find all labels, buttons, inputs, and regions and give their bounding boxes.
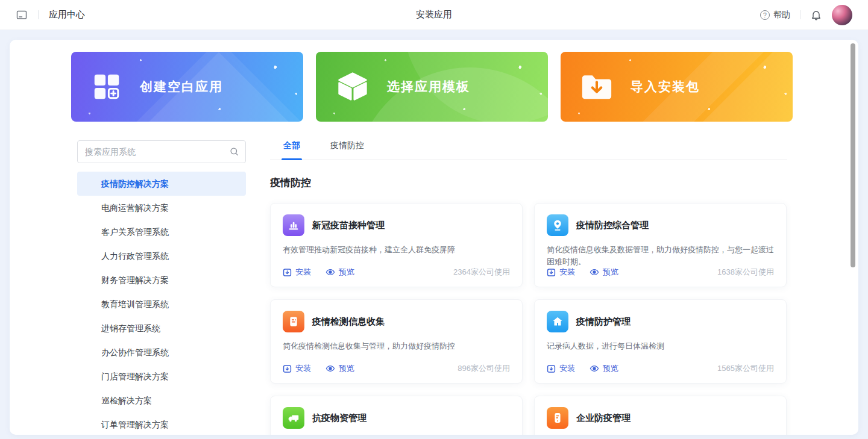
help-button[interactable]: ? 帮助: [760, 10, 790, 20]
page-title: 安装应用: [0, 9, 868, 20]
app-card-protection: 疫情防护管理 记录病人数据，进行每日体温检测 安装 预览 1565家公司使用: [534, 299, 787, 384]
app-title: 新冠疫苗接种管理: [312, 220, 385, 231]
sidebar-item-finance[interactable]: 财务管理解决方案: [77, 268, 246, 292]
preview-button[interactable]: 预览: [590, 267, 618, 278]
preview-button[interactable]: 预览: [326, 267, 354, 278]
app-card-enterprise: 企业防疫管理: [534, 396, 787, 435]
bar-chart-icon: [283, 214, 304, 236]
app-title: 疫情检测信息收集: [312, 316, 385, 328]
install-icon: [283, 364, 292, 373]
folder-download-icon: [580, 72, 614, 102]
install-button[interactable]: 安装: [547, 363, 575, 374]
sidebar-item-inventory[interactable]: 进销存管理系统: [77, 316, 246, 340]
tab-all[interactable]: 全部: [283, 140, 300, 160]
create-blank-app-banner[interactable]: 创建空白应用: [71, 52, 303, 122]
bell-icon[interactable]: [810, 9, 822, 21]
app-title: 疫情防控综合管理: [576, 220, 649, 231]
app-card-vaccine: 新冠疫苗接种管理 有效管理推动新冠疫苗接种，建立全人群免疫屏障 安装 预览 23…: [270, 203, 523, 287]
eye-icon: [326, 267, 335, 277]
top-header: 应用中心 安装应用 ? 帮助: [0, 0, 868, 30]
preview-button[interactable]: 预览: [590, 363, 618, 374]
header-divider: [800, 10, 800, 19]
filter-tabs: 全部 疫情防控: [270, 140, 787, 160]
app-description: 简化疫情信息收集及数据管理，助力做好疫情防控，与您一起渡过困难时期。: [547, 244, 774, 268]
sidebar-item-epidemic-solution[interactable]: 疫情防控解决方案: [77, 172, 246, 196]
eye-icon: [326, 364, 335, 373]
app-card-grid: 新冠疫苗接种管理 有效管理推动新冠疫苗接种，建立全人群免疫屏障 安装 预览 23…: [270, 203, 787, 435]
choose-template-banner[interactable]: 选择应用模板: [316, 52, 548, 122]
usage-count: 1638家公司使用: [717, 267, 774, 278]
main-panel: 创建空白应用 选择应用模板 导入安装包: [10, 40, 858, 435]
app-title: 疫情防护管理: [576, 316, 631, 328]
help-label: 帮助: [773, 10, 790, 20]
sidebar-item-education[interactable]: 教育培训管理系统: [77, 292, 246, 316]
install-button[interactable]: 安装: [283, 267, 311, 278]
scrollbar-thumb[interactable]: [851, 43, 855, 267]
cube-icon: [335, 69, 370, 104]
app-card-supplies: 抗疫物资管理: [270, 396, 523, 435]
app-description: 有效管理推动新冠疫苗接种，建立全人群免疫屏障: [283, 244, 510, 256]
location-pin-icon: [547, 214, 568, 236]
tab-epidemic[interactable]: 疫情防控: [330, 140, 364, 160]
category-list: 疫情防控解决方案 电商运营解决方案 客户关系管理系统 人力行政管理系统 财务管理…: [77, 172, 246, 435]
eye-icon: [590, 267, 599, 277]
sidebar-item-inspection[interactable]: 巡检解决方案: [77, 388, 246, 413]
install-icon: [547, 268, 556, 277]
search-input[interactable]: [77, 140, 246, 163]
import-package-banner[interactable]: 导入安装包: [561, 52, 793, 122]
form-document-icon: [283, 311, 304, 332]
usage-count: 1565家公司使用: [717, 363, 774, 374]
banner-label: 导入安装包: [631, 78, 700, 95]
sidebar-item-ecommerce[interactable]: 电商运营解决方案: [77, 196, 246, 220]
search-icon[interactable]: [229, 146, 239, 159]
template-content: 全部 疫情防控 疫情防控 新冠疫苗接种管理 有效管理推动新冠疫苗接种，建立全人群…: [270, 140, 787, 435]
install-button[interactable]: 安装: [547, 267, 575, 278]
app-title: 企业防疫管理: [576, 413, 631, 424]
app-description: 记录病人数据，进行每日体温检测: [547, 340, 774, 352]
banner-label: 创建空白应用: [140, 78, 223, 95]
sidebar-item-crm[interactable]: 客户关系管理系统: [77, 220, 246, 244]
sidebar-item-hr[interactable]: 人力行政管理系统: [77, 244, 246, 268]
usage-count: 2364家公司使用: [453, 267, 510, 278]
app-card-test-info: 疫情检测信息收集 简化疫情检测信息收集与管理，助力做好疫情防控 安装 预览 89…: [270, 299, 523, 384]
banner-label: 选择应用模板: [387, 78, 470, 95]
question-icon: ?: [760, 10, 770, 20]
user-avatar[interactable]: [832, 5, 852, 25]
section-title: 疫情防控: [270, 176, 787, 190]
mobile-form-icon: [547, 407, 568, 429]
grid-plus-icon: [90, 70, 123, 103]
sidebar-item-store[interactable]: 门店管理解决方案: [77, 364, 246, 388]
sidebar-item-order[interactable]: 订单管理解决方案: [77, 413, 246, 435]
truck-icon: [283, 407, 304, 429]
install-icon: [547, 364, 556, 373]
sidebar-item-office[interactable]: 办公协作管理系统: [77, 340, 246, 364]
category-sidebar: 疫情防控解决方案 电商运营解决方案 客户关系管理系统 人力行政管理系统 财务管理…: [77, 140, 246, 435]
preview-button[interactable]: 预览: [326, 363, 354, 374]
app-card-epidemic-comprehensive: 疫情防控综合管理 简化疫情信息收集及数据管理，助力做好疫情防控，与您一起渡过困难…: [534, 203, 787, 287]
banner-row: 创建空白应用 选择应用模板 导入安装包: [71, 52, 793, 122]
app-description: 简化疫情检测信息收集与管理，助力做好疫情防控: [283, 340, 510, 352]
eye-icon: [590, 364, 599, 373]
usage-count: 896家公司使用: [458, 363, 510, 374]
home-icon: [547, 311, 568, 332]
app-title: 抗疫物资管理: [312, 413, 366, 424]
install-icon: [283, 268, 292, 277]
install-button[interactable]: 安装: [283, 363, 311, 374]
